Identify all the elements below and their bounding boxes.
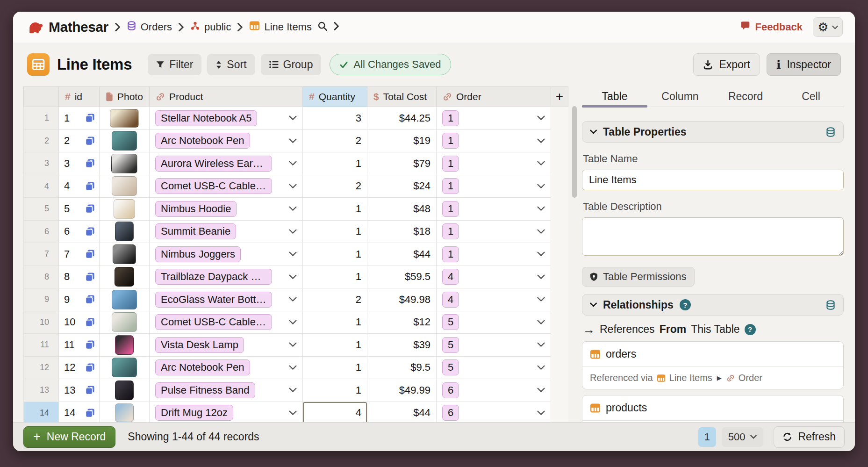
relationships-section-header[interactable]: Relationships ? [582, 294, 844, 316]
product-cell[interactable]: Vista Desk Lamp [150, 334, 303, 357]
order-cell[interactable]: 4 [437, 266, 551, 289]
add-column-button[interactable]: + [551, 86, 568, 107]
total-cost-cell[interactable]: $49.99 [367, 379, 437, 402]
related-table-link[interactable]: orders [582, 342, 843, 367]
chevron-down-icon[interactable] [289, 184, 297, 189]
quantity-cell[interactable]: 3 [303, 107, 367, 130]
quantity-cell[interactable]: 2 [303, 175, 367, 198]
total-cost-cell[interactable]: $48 [367, 198, 437, 221]
chevron-down-icon[interactable] [289, 388, 297, 393]
product-cell[interactable]: Drift Mug 12oz [150, 402, 303, 423]
row-number-cell[interactable]: 1 [23, 107, 59, 130]
id-cell[interactable]: 8 [59, 266, 100, 289]
row-number-cell[interactable]: 2 [23, 130, 59, 153]
column-header-product[interactable]: Product [150, 86, 303, 107]
total-cost-cell[interactable]: $19 [367, 130, 437, 153]
settings-button[interactable]: ⚙ [813, 17, 843, 37]
total-cost-cell[interactable]: $44.25 [367, 107, 437, 130]
open-record-icon[interactable] [85, 408, 95, 418]
quantity-cell[interactable]: 1 [303, 243, 367, 266]
column-header-quantity[interactable]: # Quantity [303, 86, 367, 107]
order-cell[interactable]: 1 [437, 243, 551, 266]
open-record-icon[interactable] [85, 181, 95, 191]
breadcrumb-expand-chevron-icon[interactable] [333, 22, 339, 32]
chevron-down-icon[interactable] [537, 229, 545, 234]
row-number-cell[interactable]: 13 [23, 379, 59, 402]
id-cell[interactable]: 10 [59, 311, 100, 334]
row-number-cell[interactable]: 9 [23, 288, 59, 311]
id-cell[interactable]: 3 [59, 152, 100, 175]
order-cell[interactable]: 1 [437, 107, 551, 130]
order-cell[interactable]: 6 [437, 379, 551, 402]
total-cost-cell[interactable]: $18 [367, 221, 437, 244]
chevron-down-icon[interactable] [537, 297, 545, 302]
id-cell[interactable]: 11 [59, 334, 100, 357]
product-cell[interactable]: Summit Beanie [150, 221, 303, 244]
inspector-button[interactable]: i Inspector [767, 53, 841, 76]
page-size-select[interactable]: 500 [722, 427, 764, 447]
total-cost-cell[interactable]: $79 [367, 152, 437, 175]
tab-table[interactable]: Table [582, 86, 647, 107]
open-record-icon[interactable] [85, 340, 95, 350]
chevron-down-icon[interactable] [289, 251, 297, 257]
order-cell[interactable]: 1 [437, 221, 551, 244]
open-record-icon[interactable] [85, 204, 95, 214]
row-number-cell[interactable]: 14 [23, 402, 59, 423]
photo-cell[interactable] [100, 107, 150, 130]
row-number-cell[interactable]: 12 [23, 357, 59, 380]
row-number-cell[interactable]: 6 [23, 221, 59, 244]
open-record-icon[interactable] [85, 385, 95, 395]
order-cell[interactable]: 1 [437, 175, 551, 198]
chevron-down-icon[interactable] [289, 342, 297, 347]
quantity-cell[interactable]: 1 [303, 357, 367, 380]
photo-cell[interactable] [100, 288, 150, 311]
order-cell[interactable]: 5 [437, 357, 551, 380]
chevron-down-icon[interactable] [289, 229, 297, 234]
id-cell[interactable]: 9 [59, 288, 100, 311]
row-number-cell[interactable]: 7 [23, 243, 59, 266]
row-number-header[interactable] [23, 86, 59, 107]
breadcrumb-schema[interactable]: public [190, 21, 231, 34]
product-cell[interactable]: Stellar Notebook A5 [150, 107, 303, 130]
product-cell[interactable]: Comet USB-C Cable 2m [150, 175, 303, 198]
photo-cell[interactable] [100, 357, 150, 380]
chevron-down-icon[interactable] [289, 161, 297, 166]
chevron-down-icon[interactable] [537, 274, 545, 280]
id-cell[interactable]: 1 [59, 107, 100, 130]
photo-cell[interactable] [100, 266, 150, 289]
open-record-icon[interactable] [85, 158, 95, 168]
order-cell[interactable]: 4 [437, 288, 551, 311]
quantity-cell[interactable]: 1 [303, 152, 367, 175]
help-icon[interactable]: ? [680, 299, 691, 310]
group-button[interactable]: Group [261, 54, 322, 75]
total-cost-cell[interactable]: $44 [367, 243, 437, 266]
id-cell[interactable]: 7 [59, 243, 100, 266]
total-cost-cell[interactable]: $12 [367, 311, 437, 334]
tab-cell[interactable]: Cell [778, 86, 844, 107]
column-header-photo[interactable]: Photo [100, 86, 150, 107]
photo-cell[interactable] [100, 175, 150, 198]
product-cell[interactable]: Pulse Fitness Band [150, 379, 303, 402]
tab-record[interactable]: Record [713, 86, 778, 107]
related-table-link[interactable]: products [582, 395, 843, 421]
row-number-cell[interactable]: 11 [23, 334, 59, 357]
order-cell[interactable]: 6 [437, 402, 551, 423]
page-number-button[interactable]: 1 [698, 427, 716, 447]
order-cell[interactable]: 1 [437, 130, 551, 153]
order-cell[interactable]: 1 [437, 198, 551, 221]
column-header-id[interactable]: # id [59, 86, 100, 107]
refresh-button[interactable]: Refresh [774, 426, 845, 448]
total-cost-cell[interactable]: $9.5 [367, 357, 437, 380]
chevron-down-icon[interactable] [537, 342, 545, 347]
export-button[interactable]: Export [693, 53, 760, 76]
chevron-down-icon[interactable] [289, 138, 297, 144]
chevron-down-icon[interactable] [537, 206, 545, 211]
help-icon[interactable]: ? [745, 324, 756, 335]
id-cell[interactable]: 5 [59, 198, 100, 221]
photo-cell[interactable] [100, 243, 150, 266]
breadcrumb-database[interactable]: Orders [127, 21, 172, 34]
id-cell[interactable]: 4 [59, 175, 100, 198]
filter-button[interactable]: Filter [148, 54, 201, 75]
quantity-cell[interactable]: 1 [303, 198, 367, 221]
open-record-icon[interactable] [85, 295, 95, 304]
